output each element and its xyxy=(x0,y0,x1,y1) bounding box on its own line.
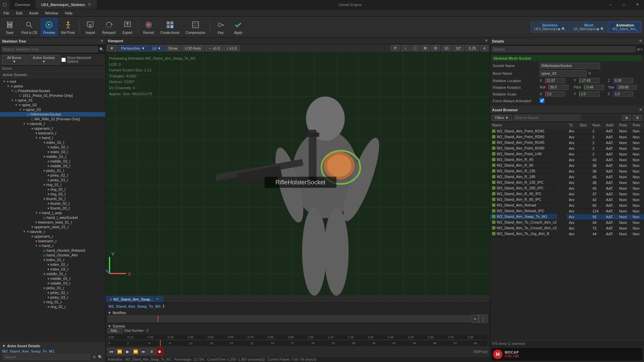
close-button[interactable]: ✕ xyxy=(631,0,644,9)
tree-item-root[interactable]: ▼✦root xyxy=(0,79,105,84)
tree-item-hand_l_wep[interactable]: ▼✦hand_l_wep xyxy=(0,210,105,215)
list-item[interactable]: W2_Stand_Aim_To_Crouch_Aim_v2_IPCAni72AA… xyxy=(490,225,644,231)
tree-item-1911_Pistol_01[interactable]: ⬡1911_Pistol_01 [Preview Only] xyxy=(0,93,105,98)
show-button[interactable]: Show xyxy=(165,45,181,51)
asset-filters-button[interactable]: Filters ▼ xyxy=(492,115,512,121)
mesh-mode-tab[interactable]: Mesh SK_Mannequin ▶ 🔍 xyxy=(570,21,608,33)
export-button[interactable]: Export xyxy=(119,18,136,37)
animation-mode-tab[interactable]: Animation W2_Stand_Aim_ xyxy=(609,21,641,33)
step-forward-button[interactable]: ⏩ xyxy=(132,348,139,355)
key-button[interactable]: Key xyxy=(212,18,229,37)
list-item[interactable]: W2_Stand_Aim_Point_RD45Ani2AAT.NoniNon xyxy=(490,128,644,134)
time-ruler[interactable]: 0.00 0.10 0.20 0.30 0.40 0.50 0.60 0.70 … xyxy=(108,335,488,340)
col-size[interactable]: Size xyxy=(578,122,590,128)
tree-item-middle_03_l[interactable]: ✦middle_03_l xyxy=(0,164,105,168)
list-item[interactable]: W2_Stand_Aim_To_Jog_Aim_BAni44AAT.NoniNo… xyxy=(490,231,644,237)
skeleton-search-input[interactable] xyxy=(1,46,98,52)
tab-close-icon[interactable]: ✕ xyxy=(88,2,91,7)
list-item[interactable]: W2_Stand_Aim_R_135_IPCAni38AAT.NoniNon xyxy=(490,180,644,185)
tree-item-ring_02_r[interactable]: ✦ring_02_r xyxy=(0,304,105,309)
tree-item-middle_02_r[interactable]: ✦middle_02_r xyxy=(0,276,105,281)
tree-item-clavicle_r[interactable]: ▼✦clavicle_r xyxy=(0,229,105,234)
tree-item-pinky_01_l[interactable]: ✦pinky_01_l xyxy=(0,168,105,173)
force-animated-checkbox[interactable] xyxy=(540,98,544,103)
location-z-input[interactable] xyxy=(613,78,633,83)
tree-item-middle_03_r[interactable]: ✦middle_03_r xyxy=(0,281,105,286)
list-item[interactable]: W2_Stand_Aim_R_180Ani45AAT.NoniNon xyxy=(490,174,644,180)
tree-item-index_03_l[interactable]: ✦index_03_l xyxy=(0,149,105,154)
list-item[interactable]: W2_Stand_Aim_R_90Ani38AAT.NoniNon xyxy=(490,163,644,168)
preview-button[interactable]: Preview xyxy=(41,18,58,37)
details-search-input[interactable] xyxy=(491,46,636,52)
anim-tab-close-icon[interactable]: ✕ xyxy=(156,297,159,301)
tree-item-lowerarm_r[interactable]: ✦lowerarm_r xyxy=(0,239,105,243)
list-item[interactable]: W2_Stand_Aim_ReloadAni60AAT.NoniNon xyxy=(490,202,644,208)
tree-item-thumb_02_l[interactable]: ✦thumb_02_l xyxy=(0,201,105,206)
menu-asset[interactable]: Asset xyxy=(26,9,42,16)
scale-y-input[interactable] xyxy=(579,92,599,97)
list-item[interactable]: W2_Stand_Aim_R_45Ani42AAT.NoniNon xyxy=(490,157,644,163)
tree-item-ring_01_l[interactable]: ✦ring_01_l xyxy=(0,182,105,187)
tree-item-RifleHolsterSocket[interactable]: ◎RifleHolsterSocket xyxy=(0,112,105,117)
compression-button[interactable]: Compression xyxy=(183,18,208,37)
lit-button[interactable]: Lit ▼ xyxy=(149,45,164,51)
rotation-pitch-input[interactable] xyxy=(584,85,604,90)
location-y-input[interactable] xyxy=(579,78,599,83)
tree-item-spine_03[interactable]: ▼✦spine_03 xyxy=(0,107,105,112)
tree-item-middle_01_l[interactable]: ✦middle_01_l xyxy=(0,154,105,159)
record-button[interactable]: Record xyxy=(140,18,157,37)
anim-sequence-tab[interactable]: ● W2_Stand_Aim_Swap... ✕ xyxy=(106,296,163,302)
details-filter-icon[interactable]: ≡ xyxy=(641,47,643,51)
ref-pose-button[interactable]: Ref Pose xyxy=(58,18,77,37)
skip-end-button[interactable]: ⏭ xyxy=(140,348,147,355)
details-view-icon[interactable]: ⊞ xyxy=(637,47,640,52)
viewport-options-button[interactable]: ▼ xyxy=(107,45,117,51)
location-x-input[interactable] xyxy=(545,78,565,83)
tree-item-index_01_r[interactable]: ✦index_01_r xyxy=(0,257,105,262)
viewport-close-icon[interactable]: ✕ xyxy=(485,39,488,43)
notify-options-button[interactable]: ⋮ xyxy=(479,315,488,323)
vp-fov-2[interactable]: 10° xyxy=(453,45,465,51)
vp-tool-5[interactable]: ⊟ xyxy=(431,45,440,51)
tree-item-ring_02_l[interactable]: ✦ring_02_l xyxy=(0,187,105,192)
list-item[interactable]: W2_Stand_Aim_Point_RU45Ani2AAT.NoniNon xyxy=(490,140,644,145)
tree-item-hand_rSocket_Aim[interactable]: ◎hand_rSocket_Aim xyxy=(0,253,105,257)
apply-button[interactable]: Apply xyxy=(230,18,247,37)
perspective-button[interactable]: Perspective ▼ xyxy=(118,45,148,51)
col-reta[interactable]: Reta xyxy=(617,122,631,128)
col-type[interactable]: Ty xyxy=(567,122,578,128)
maximize-button[interactable]: □ xyxy=(617,0,631,9)
tree-item-middle_01_r[interactable]: ✦middle_01_r xyxy=(0,272,105,276)
lod-auto-button[interactable]: LOD Auto xyxy=(182,45,204,51)
create-asset-button[interactable]: + Create Asset xyxy=(158,18,182,37)
tree-item-pinky_03_l[interactable]: ✦pinky_03_l xyxy=(0,178,105,182)
asset-view-button[interactable]: ⊞ xyxy=(622,115,631,121)
tree-item-pinky_03_r[interactable]: ✦pinky_03_r xyxy=(0,295,105,300)
add-notify-button[interactable]: + xyxy=(471,315,479,323)
list-item[interactable]: W2_Stand_Aim_To_Crouch_Aim_v2Ani44AAT.No… xyxy=(490,220,644,225)
menu-help[interactable]: Help xyxy=(61,9,76,16)
anim-search-input[interactable] xyxy=(3,354,90,360)
vp-distance[interactable]: 0.25 xyxy=(466,45,479,51)
tree-item-index_03_r[interactable]: ✦index_03_r xyxy=(0,267,105,272)
pause-button[interactable]: ⏸ xyxy=(148,348,155,355)
list-item[interactable]: W2_Stand_Aim_R_45_IPCAni37AAT.NoniNon xyxy=(490,191,644,197)
tree-item-pinky_02_r[interactable]: ✦pinky_02_r xyxy=(0,290,105,295)
col-name[interactable]: Name xyxy=(490,122,567,128)
list-item[interactable]: W2_Stand_Aim_Point_RD90Ani2AAT.NoniNon xyxy=(490,134,644,140)
bone-name-clear-button[interactable]: ✕ xyxy=(587,71,592,76)
tree-item-PistolHolsterSocket[interactable]: ▼◎PistolHolsterSocket xyxy=(0,88,105,93)
col-num[interactable]: Num xyxy=(590,122,604,128)
show-advanced-label[interactable]: Show Advanced Options xyxy=(61,56,103,63)
import-button[interactable]: Import xyxy=(82,18,99,37)
tree-item-ring_01_r[interactable]: ✦ring_01_r xyxy=(0,300,105,304)
tree-item-upperarm_r[interactable]: ✦upperarm_r xyxy=(0,234,105,239)
skeleton-tree-content[interactable]: ▼✦root▼✦pelvis▼◎PistolHolsterSocket⬡1911… xyxy=(0,78,105,342)
add-curve-button[interactable]: Add... xyxy=(108,328,122,333)
list-item[interactable]: W2_Stand_Aim_Reload_IPCAni124AAT.NoniNon xyxy=(490,208,644,214)
vp-grid[interactable]: 4 xyxy=(480,45,488,51)
anim-search-icon[interactable]: 🔍 xyxy=(98,355,103,359)
list-item[interactable]: W2_Stand_Aim_Point_RU90Ani2AAT.NoniNon xyxy=(490,145,644,151)
tab-overview[interactable]: Overview xyxy=(9,0,36,9)
skeleton-mode-tab[interactable]: Skeleton UE4_Mannequi ▶ 🔍 xyxy=(531,21,569,33)
